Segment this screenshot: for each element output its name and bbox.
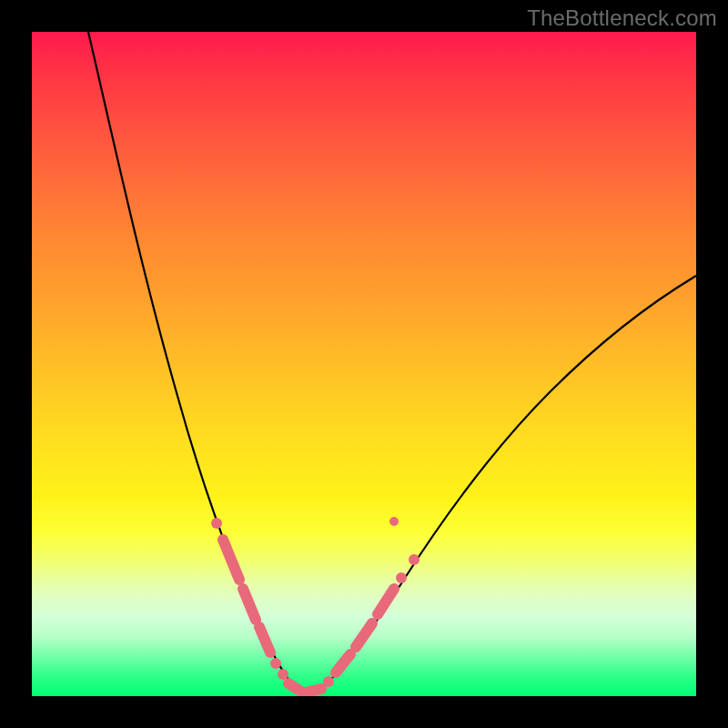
pink-segment [243, 589, 256, 620]
pink-segment [288, 683, 301, 692]
watermark-text: TheBottleneck.com [527, 5, 717, 31]
pink-bead [270, 658, 281, 669]
pink-bead [278, 669, 288, 680]
chart-frame: TheBottleneck.com [0, 0, 728, 728]
pink-segment [259, 627, 270, 652]
pink-bead [389, 517, 399, 526]
pink-segment [336, 654, 350, 672]
pink-overlay-right [323, 517, 420, 687]
chart-svg [32, 32, 696, 696]
plot-area [32, 32, 696, 696]
pink-segment [223, 540, 239, 580]
pink-segment [305, 689, 321, 693]
pink-overlay-left [211, 518, 288, 680]
pink-bead [323, 676, 334, 687]
pink-bead [409, 554, 420, 565]
pink-bead [396, 572, 407, 583]
pink-segment [356, 623, 372, 647]
curve-left-branch [88, 32, 305, 693]
pink-overlay-bottom [288, 683, 321, 693]
pink-bead [211, 518, 222, 529]
pink-segment [378, 589, 394, 614]
